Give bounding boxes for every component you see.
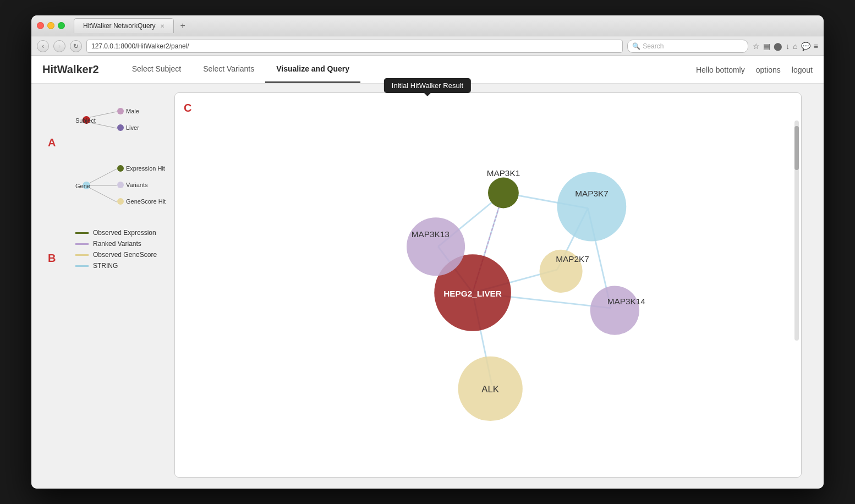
minimize-button[interactable] xyxy=(47,22,54,29)
section-label-a: A xyxy=(48,136,56,149)
legend-area: Subject Male Liver xyxy=(53,92,174,478)
scrollbar[interactable] xyxy=(794,120,799,341)
nav-right: Hello bottomly options logout xyxy=(696,56,813,83)
svg-point-13 xyxy=(117,165,124,172)
ranked-variants-label: Ranked Variants xyxy=(93,240,141,248)
string-line xyxy=(75,265,89,267)
label-map2k7: MAP2K7 xyxy=(556,254,589,264)
node-map3k13[interactable] xyxy=(407,217,465,276)
svg-point-4 xyxy=(117,108,124,114)
string-label: STRING xyxy=(93,262,118,270)
bookmark-icon[interactable]: ☆ xyxy=(753,42,760,51)
nav-hello: Hello bottomly xyxy=(696,65,745,74)
svg-text:Subject: Subject xyxy=(75,117,96,124)
svg-line-3 xyxy=(90,123,117,128)
address-bar: ‹ › ↻ 127.0.0.1:8000/HitWalker2/panel/ 🔍… xyxy=(31,36,824,56)
url-field[interactable]: 127.0.0.1:8000/HitWalker2/panel/ xyxy=(86,40,623,53)
line-legend: Observed Expression Ranked Variants Obse… xyxy=(75,229,174,270)
legend-string: STRING xyxy=(75,262,174,270)
section-label-c: C xyxy=(184,102,191,114)
title-bar: HitWalker NetworkQuery ✕ + xyxy=(31,15,824,36)
reload-button[interactable]: ↻ xyxy=(70,40,82,52)
observed-genescore-label: Observed GeneScore xyxy=(93,251,157,259)
feedback-icon[interactable]: 💬 xyxy=(801,42,810,51)
nav-select-subject[interactable]: Select Subject xyxy=(121,56,193,83)
maximize-button[interactable] xyxy=(58,22,65,29)
svg-text:Liver: Liver xyxy=(126,124,139,131)
svg-line-2 xyxy=(90,112,117,117)
gene-legend: Gene Expression Hit Variants GeneS xyxy=(75,161,174,218)
svg-text:Expression Hit: Expression Hit xyxy=(126,165,165,172)
graph-panel[interactable]: C xyxy=(174,92,802,478)
close-button[interactable] xyxy=(37,22,44,29)
subject-legend: Subject Male Liver xyxy=(75,103,174,150)
label-alk: ALK xyxy=(481,384,499,395)
svg-point-15 xyxy=(117,182,124,188)
url-text: 127.0.0.1:8000/HitWalker2/panel/ xyxy=(91,42,189,50)
nav-select-variants[interactable]: Select Variants xyxy=(192,56,265,83)
legend-observed-expression: Observed Expression xyxy=(75,229,174,237)
node-map3k7[interactable] xyxy=(557,172,627,242)
browser-window: HitWalker NetworkQuery ✕ + ‹ › ↻ 127.0.0… xyxy=(31,15,824,489)
observed-expression-label: Observed Expression xyxy=(93,229,156,237)
tab-close-button[interactable]: ✕ xyxy=(160,23,165,29)
network-graph[interactable]: HEPG2_LIVER MAP3K1 MAP3K7 MAP3K13 MAP2K7 xyxy=(175,93,801,477)
gene-tree-diagram: Gene Expression Hit Variants GeneS xyxy=(75,161,185,216)
search-icon: 🔍 xyxy=(632,42,640,50)
pocket-icon[interactable]: ⬤ xyxy=(774,42,782,51)
legend-observed-genescore: Observed GeneScore xyxy=(75,251,174,259)
home-icon[interactable]: ⌂ xyxy=(793,42,797,51)
svg-line-10 xyxy=(90,169,117,183)
search-placeholder: Search xyxy=(643,42,664,50)
nav-visualize-query[interactable]: Visualize and Query xyxy=(265,56,360,83)
legend-ranked-variants: Ranked Variants xyxy=(75,240,174,248)
forward-button[interactable]: › xyxy=(53,40,65,52)
observed-genescore-line xyxy=(75,254,89,256)
dropdown-tooltip[interactable]: Initial HitWalker Result xyxy=(384,78,471,93)
scrollbar-thumb[interactable] xyxy=(794,126,799,170)
label-hepg2-liver: HEPG2_LIVER xyxy=(443,289,502,298)
traffic-lights xyxy=(37,22,65,29)
app-brand: HitWalker2 xyxy=(42,56,110,83)
main-area: A B Subject Male xyxy=(31,87,824,489)
node-map3k14[interactable] xyxy=(590,286,639,335)
browser-tab[interactable]: HitWalker NetworkQuery ✕ xyxy=(74,18,174,33)
nav-logout[interactable]: logout xyxy=(792,65,813,74)
node-map3k1[interactable] xyxy=(488,178,519,209)
svg-text:GeneScore Hit: GeneScore Hit xyxy=(126,198,166,205)
new-tab-button[interactable]: + xyxy=(180,21,185,31)
tab-title: HitWalker NetworkQuery xyxy=(83,22,156,30)
download-icon[interactable]: ↓ xyxy=(786,42,790,51)
menu-icon[interactable]: ≡ xyxy=(814,42,818,51)
svg-text:Gene: Gene xyxy=(75,183,90,189)
svg-line-12 xyxy=(90,188,117,202)
nav-options[interactable]: options xyxy=(756,65,781,74)
svg-point-6 xyxy=(117,124,124,131)
svg-point-17 xyxy=(117,198,124,205)
ranked-variants-line xyxy=(75,243,89,245)
app-content: HitWalker2 Select Subject Select Variant… xyxy=(31,56,824,489)
svg-text:Male: Male xyxy=(126,108,139,114)
section-label-b: B xyxy=(48,252,56,265)
label-map3k1: MAP3K1 xyxy=(487,168,520,178)
reader-icon[interactable]: ▤ xyxy=(763,42,770,51)
toolbar-icons: ☆ ▤ ⬤ ↓ ⌂ 💬 ≡ xyxy=(753,42,818,51)
label-map3k13: MAP3K13 xyxy=(412,229,450,239)
subject-tree-diagram: Subject Male Liver xyxy=(75,103,185,147)
graph-container: C xyxy=(174,92,802,478)
observed-expression-line xyxy=(75,232,89,234)
label-map3k7: MAP3K7 xyxy=(575,189,609,198)
label-map3k14: MAP3K14 xyxy=(607,297,646,306)
svg-text:Variants: Variants xyxy=(126,182,148,188)
search-field[interactable]: 🔍 Search xyxy=(627,40,748,53)
back-button[interactable]: ‹ xyxy=(37,40,49,52)
